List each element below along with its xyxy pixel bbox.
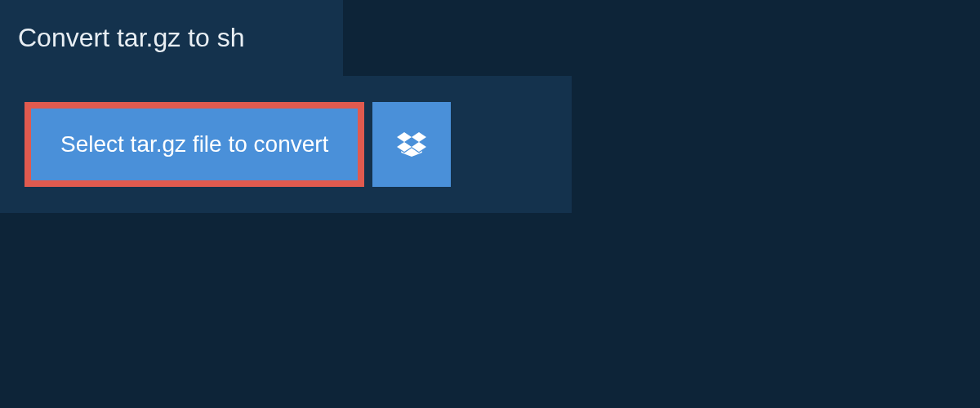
button-row: Select tar.gz file to convert xyxy=(24,102,547,187)
dropbox-button[interactable] xyxy=(372,102,451,187)
select-file-button[interactable]: Select tar.gz file to convert xyxy=(24,102,364,187)
converter-container: Convert tar.gz to sh Select tar.gz file … xyxy=(0,0,980,213)
dropbox-icon xyxy=(397,130,426,159)
page-title: Convert tar.gz to sh xyxy=(0,0,343,76)
select-file-label: Select tar.gz file to convert xyxy=(60,131,328,157)
upload-panel: Select tar.gz file to convert xyxy=(0,76,572,213)
